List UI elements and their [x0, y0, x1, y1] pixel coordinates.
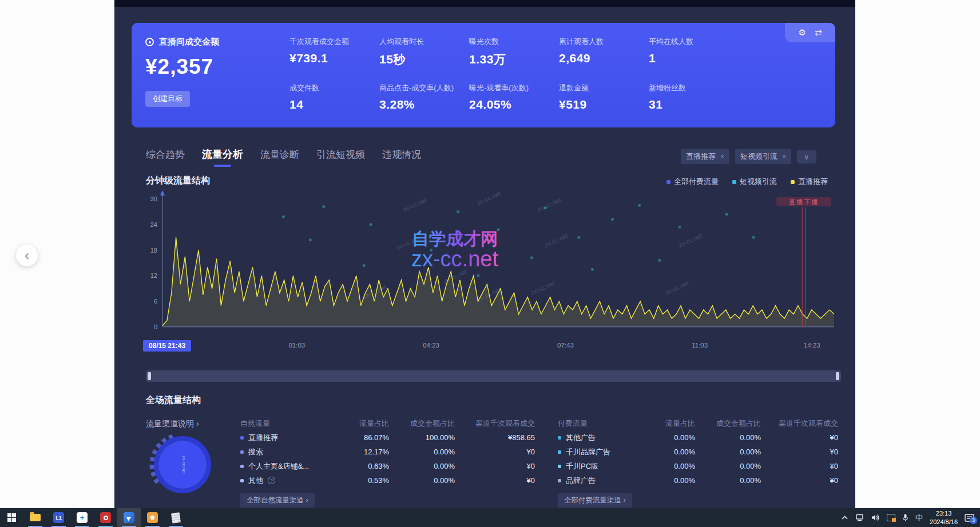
analysis-tabs: 综合趋势 流量分析 流量诊断 引流短视频 违规情况: [146, 147, 421, 166]
tab-traffic-analysis[interactable]: 流量分析: [202, 147, 243, 166]
all-natural-channels-link[interactable]: 全部自然流量渠道 ›: [240, 493, 315, 508]
minute-flow-chart[interactable]: 3024181260zx-cc.netzx-cc.netzx-cc.netzx-…: [143, 190, 841, 337]
kpi-label: 曝光-观看率(次数): [469, 83, 559, 93]
kpi-cell: 累计观看人数2,649: [559, 37, 649, 67]
slider-handle-left[interactable]: [148, 372, 151, 380]
channel-explain-link[interactable]: 流量渠道说明 ›: [146, 419, 199, 429]
filter-chip-live-recommend[interactable]: 直播推荐 ×: [681, 149, 729, 164]
close-icon[interactable]: ×: [782, 153, 786, 161]
volume-icon[interactable]: [871, 514, 880, 521]
microphone-icon[interactable]: [902, 514, 908, 522]
kpi-label: 人均观看时长: [379, 37, 469, 47]
legend-item-liverec[interactable]: 直播推荐: [791, 177, 828, 187]
chart-datazoom-slider[interactable]: [146, 370, 841, 382]
legend-dot: [732, 180, 736, 184]
x-axis-label: 08/15 21:43: [143, 340, 191, 352]
table-row: 品牌广告 0.00% 0.00% ¥0: [558, 473, 839, 488]
x-axis-label: 11:03: [692, 342, 708, 349]
filter-dropdown[interactable]: ∨: [797, 150, 816, 163]
traffic-donut-chart: zx-cc.net: [148, 430, 217, 500]
tray-app-icon[interactable]: [887, 514, 895, 521]
chip-label: 短视频引流: [740, 151, 777, 162]
kpi-value: ¥739.1: [289, 51, 379, 65]
svg-text:zx-cc.net: zx-cc.net: [543, 232, 569, 249]
svg-text:zx-cc.net: zx-cc.net: [677, 232, 703, 249]
tab-overall-trend[interactable]: 综合趋势: [146, 148, 185, 166]
legend-item-shortvideo[interactable]: 短视频引流: [732, 177, 777, 187]
kpi-value: 24.05%: [469, 98, 559, 111]
chart-x-axis-labels: 08/15 21:4301:0304:2307:4311:0314:23: [143, 340, 841, 352]
notification-badge: 3: [970, 517, 977, 524]
kpi-cell: 曝光次数1.33万: [469, 37, 559, 67]
filter-chips: 直播推荐 × 短视频引流 × ∨: [681, 149, 816, 164]
chart-legend: 全部付费流量 短视频引流 直播推荐: [666, 177, 828, 187]
filter-chip-short-video[interactable]: 短视频引流 ×: [735, 149, 791, 164]
swap-icon[interactable]: ⇄: [815, 27, 822, 38]
ime-indicator[interactable]: 中: [915, 513, 923, 523]
folder-icon: [30, 514, 41, 521]
app-icon: L1: [53, 512, 64, 523]
table-row: 千川PC版 0.00% 0.00% ¥0: [558, 459, 839, 473]
traffic-section-title: 全场流量结构: [146, 394, 201, 406]
banner-corner-tools: ⚙ ⇄: [785, 23, 835, 42]
back-arrow-button[interactable]: ‹: [16, 245, 38, 266]
kpi-label: 曝光次数: [469, 37, 559, 47]
natural-traffic-table: 自然流量 流量占比 成交金额占比 渠道千次观看成交 直播推荐 86.07% 10…: [240, 416, 538, 508]
table-row: 直播推荐 86.07% 100.00% ¥858.65: [240, 430, 538, 445]
system-tray: 中 23:13 2024/8/16 3: [841, 509, 980, 526]
notification-center-icon[interactable]: 3: [965, 514, 974, 522]
slider-handle-right[interactable]: [836, 372, 839, 380]
kpi-cell: 千次观看成交金额¥739.1: [289, 37, 379, 67]
kpi-cell: 商品点击-成交率(人数)3.28%: [379, 83, 469, 111]
taskbar-browser[interactable]: [94, 508, 117, 527]
primary-metric-value: ¥2,357: [145, 55, 219, 79]
kpi-cell: 曝光-观看率(次数)24.05%: [469, 83, 559, 111]
kpi-value: 15秒: [379, 51, 469, 67]
network-icon[interactable]: [855, 514, 864, 521]
kpi-cell: 平均在线人数1: [649, 37, 752, 67]
table-row: 其他广告 0.00% 0.00% ¥0: [558, 430, 839, 445]
tab-traffic-diagnosis[interactable]: 流量诊断: [260, 148, 299, 166]
close-icon[interactable]: ×: [720, 153, 724, 161]
legend-item-paid[interactable]: 全部付费流量: [666, 177, 719, 187]
target-icon: [145, 38, 154, 46]
taskbar-clock[interactable]: 23:13 2024/8/16: [930, 509, 958, 526]
kpi-label: 千次观看成交金额: [289, 37, 379, 47]
taskbar-app-plus[interactable]: +: [70, 508, 94, 527]
app-badge-icon: [887, 514, 895, 521]
taskbar-app-orange[interactable]: [141, 508, 164, 527]
taskbar-live-companion-active[interactable]: [117, 508, 141, 527]
kpi-grid: 千次观看成交金额¥739.1 人均观看时长15秒 曝光次数1.33万 累计观看人…: [289, 37, 752, 111]
clock-time: 23:13: [930, 509, 958, 517]
svg-text:0: 0: [154, 324, 157, 330]
table-row: 千川品牌广告 0.00% 0.00% ¥0: [558, 445, 839, 459]
create-goal-button[interactable]: 创建目标: [145, 91, 190, 107]
svg-text:30: 30: [150, 195, 157, 202]
start-button[interactable]: [0, 508, 23, 527]
svg-text:zx-cc.net: zx-cc.net: [664, 280, 689, 296]
kpi-value: 2,649: [559, 51, 649, 65]
tab-short-video[interactable]: 引流短视频: [316, 148, 365, 166]
info-icon[interactable]: ?: [268, 477, 275, 484]
taskbar-file-explorer[interactable]: [23, 508, 47, 527]
svg-text:zx-cc.net: zx-cc.net: [411, 247, 498, 271]
kpi-value: 31: [649, 98, 752, 111]
svg-text:6: 6: [154, 298, 157, 305]
table-row: 搜索 12.17% 0.00% ¥0: [240, 445, 538, 459]
analytics-window: ⚙ ⇄ 直播间成交金额 ¥2,357 创建目标 千次观看成交金额¥739.1 人…: [114, 0, 855, 508]
table-row: 其他? 0.53% 0.00% ¥0: [240, 473, 538, 488]
all-paid-channels-link[interactable]: 全部付费流量渠道 ›: [558, 493, 632, 508]
taskbar-app-l1[interactable]: L1: [47, 508, 70, 527]
chip-label: 直播推荐: [686, 151, 716, 162]
tray-chevron-up-icon[interactable]: [841, 515, 848, 520]
channel-dot: [240, 450, 244, 454]
svg-text:zx-cc.net: zx-cc.net: [530, 280, 556, 296]
tab-violations[interactable]: 违规情况: [382, 148, 421, 166]
gear-icon[interactable]: ⚙: [798, 27, 806, 38]
kpi-label: 新增粉丝数: [649, 83, 752, 93]
table-header-row: 付费流量 流量占比 成交金额占比 渠道千次观看成交: [558, 416, 839, 430]
window-top-strip: [114, 0, 855, 7]
table-row: 个人主页&店铺&... 0.63% 0.00% ¥0: [240, 459, 538, 473]
taskbar-notepad[interactable]: [164, 508, 188, 527]
kpi-value: 14: [289, 98, 379, 111]
